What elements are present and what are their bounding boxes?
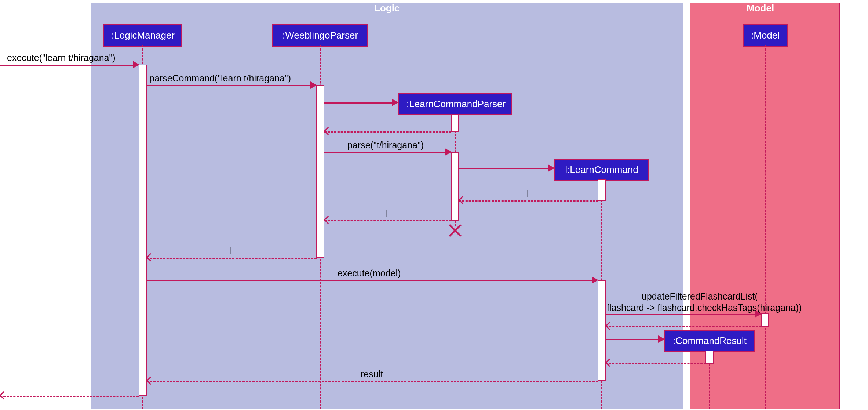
- activation-model: [761, 313, 769, 327]
- lifeline-model: [765, 45, 766, 409]
- activation-learn-command-1: [598, 179, 606, 201]
- arrow-create-learn-parser: [324, 102, 392, 104]
- arrow-ret-l-1: [459, 200, 598, 202]
- arrow-ret-l-3: [147, 258, 317, 259]
- participant-learn-command-parser: :LearnCommandParser: [398, 93, 512, 115]
- arrow-final-return: [0, 396, 139, 397]
- arrow-parse-command: [146, 85, 311, 86]
- participant-weeblingo-parser: :WeeblingoParser: [272, 24, 368, 47]
- activation-learn-command-parser-2: [451, 152, 459, 221]
- arrow-execute-model: [146, 280, 592, 281]
- arrowhead-update-filtered: [755, 310, 762, 318]
- participant-learn-command: l:LearnCommand: [554, 159, 649, 181]
- arrow-create-learn-command: [458, 168, 548, 169]
- arrow-parse: [324, 152, 445, 153]
- msg-ret-l-1: l: [527, 188, 529, 199]
- logic-frame: [91, 3, 683, 409]
- arrow-return-update: [606, 326, 761, 327]
- activation-command-result: [705, 351, 714, 364]
- msg-update-filtered-2: flashcard -> flashcard.checkHasTags(hira…: [607, 302, 802, 313]
- arrowhead-create-learn-parser: [392, 99, 398, 106]
- arrowhead-create-command-result: [658, 335, 665, 343]
- participant-command-result: :CommandResult: [664, 330, 755, 352]
- participant-logic-manager: :LogicManager: [103, 24, 182, 47]
- msg-parse: parse("t/hiragana"): [347, 140, 424, 150]
- model-frame-label: Model: [747, 3, 774, 14]
- arrowhead-execute-model: [592, 276, 598, 284]
- activation-weeblingo-parser: [316, 85, 324, 258]
- activation-learn-command-parser-1: [451, 114, 459, 132]
- msg-parse-command: parseCommand("learn t/hiragana"): [149, 73, 291, 84]
- activation-logic-manager: [139, 65, 147, 396]
- participant-model: :Model: [743, 24, 788, 47]
- msg-result: result: [361, 369, 383, 380]
- logic-frame-label: Logic: [374, 3, 400, 14]
- msg-execute-model: execute(model): [338, 268, 401, 279]
- msg-update-filtered-1: updateFilteredFlashcardList(: [642, 291, 758, 302]
- arrow-create-command-result: [605, 339, 658, 340]
- arrow-execute-in: [0, 65, 133, 66]
- arrow-return-learn-parser-create: [324, 131, 451, 133]
- arrowhead-execute-in: [133, 61, 139, 68]
- arrow-update-filtered: [605, 314, 755, 315]
- arrow-return-command-result: [606, 363, 706, 364]
- msg-execute-in: execute("learn t/hiragana"): [7, 52, 116, 63]
- msg-ret-l-3: l: [230, 246, 232, 256]
- arrow-result: [147, 381, 598, 382]
- arrowhead-final-return: [0, 391, 8, 400]
- arrowhead-parse: [445, 148, 452, 156]
- arrowhead-parse-command: [310, 81, 317, 89]
- destroy-icon: [448, 223, 462, 238]
- activation-learn-command-2: [598, 280, 606, 381]
- msg-ret-l-2: l: [386, 208, 388, 219]
- arrow-ret-l-2: [324, 220, 451, 221]
- arrowhead-create-learn-command: [548, 164, 555, 172]
